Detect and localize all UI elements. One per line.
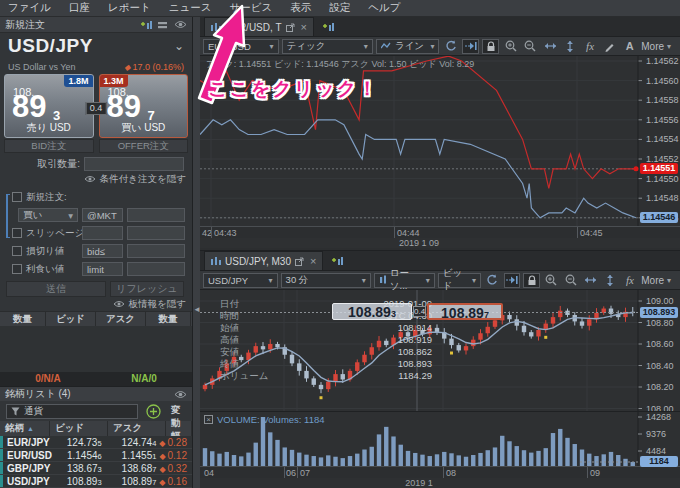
bid-order-button[interactable]: BID注文 <box>4 139 94 153</box>
depth-col-header: 数量 <box>146 312 191 326</box>
offer-order-button[interactable]: OFFER注文 <box>99 139 189 153</box>
text-tool-icon[interactable]: A <box>621 39 638 54</box>
depth-col-header: アスク <box>96 312 146 326</box>
close-indicator-icon[interactable]: × <box>204 415 213 424</box>
y-axis-tick: 109.00 <box>646 296 674 306</box>
data-window-row-high: 高値108.919 <box>220 334 432 346</box>
indicators-fx-icon[interactable]: fx <box>622 273 639 288</box>
menu-item-3[interactable]: ニュース <box>169 1 212 15</box>
horizontal-scale-icon[interactable] <box>582 273 599 288</box>
eye-icon[interactable] <box>174 390 187 399</box>
menu-item-6[interactable]: 設定 <box>329 1 350 15</box>
lock-icon[interactable] <box>482 39 499 54</box>
slippage-input-1[interactable] <box>82 226 123 240</box>
add-chart-icon[interactable] <box>140 20 152 30</box>
hide-depth-toggle[interactable]: 板情報を隠す <box>0 297 192 311</box>
chevron-down-icon[interactable]: ⌄ <box>174 39 184 53</box>
vertical-scale-icon[interactable] <box>602 273 619 288</box>
depth-col-header: ビッド <box>46 312 96 326</box>
scroll-to-end-icon[interactable] <box>462 39 479 54</box>
stop-loss-price-input[interactable] <box>127 244 185 258</box>
order-extra-input[interactable] <box>127 208 185 222</box>
watchlist-row[interactable]: GBP/JPY138.673138.687◆0.32 <box>0 462 192 475</box>
menu-item-1[interactable]: 口座 <box>69 1 90 15</box>
watchlist-row[interactable]: USD/JPY108.893108.897◆0.16 <box>0 475 192 488</box>
watchlist-col-header[interactable]: ビッド <box>50 421 108 436</box>
scroll-to-end-icon[interactable] <box>504 273 521 288</box>
side-select[interactable]: 買い▾ <box>18 208 78 222</box>
quantity-input[interactable] <box>84 157 184 171</box>
sort-asc-icon[interactable]: ▲ <box>27 425 34 432</box>
vertical-scale-icon[interactable] <box>562 39 579 54</box>
volume-axis-tick: 4484 <box>646 446 666 456</box>
zoom-in-icon[interactable] <box>543 273 560 288</box>
eye-icon[interactable] <box>174 20 187 29</box>
stop-loss-input[interactable]: bid≤ <box>82 244 123 258</box>
depth-table-body <box>0 326 192 372</box>
watchlist-col-header[interactable]: アスク <box>108 421 166 436</box>
daily-change: ◆17.0 (0.16%) <box>124 62 184 72</box>
candle-chart-plot[interactable]: 日付2019-01-09時間UTC 04:30始値108.914高値108.91… <box>200 290 680 411</box>
chart-type-select[interactable]: ライン▾ <box>376 39 440 54</box>
menu-item-2[interactable]: レポート <box>108 1 151 15</box>
symbol-select[interactable]: USD/JPY▾ <box>203 273 278 288</box>
add-symbol-button[interactable] <box>146 404 161 419</box>
symbol-select[interactable]: EUR/USD▾ <box>203 39 279 54</box>
watchlist-col-header[interactable]: 変動幅(%) <box>166 421 192 436</box>
tab-usdjpy-m30[interactable]: USD/JPY, M30 × <box>204 251 323 270</box>
more-button[interactable]: More▾ <box>641 275 677 286</box>
new-chart-tab-button[interactable] <box>323 251 351 270</box>
hide-conditional-toggle[interactable]: 条件付き注文を隠す <box>0 172 192 186</box>
price-type-select[interactable]: ビッド▾ <box>438 273 481 288</box>
menu-item-7[interactable]: ヘルプ <box>368 1 400 15</box>
menu-item-0[interactable]: ファイル <box>8 1 51 15</box>
menu-item-5[interactable]: 表示 <box>290 1 311 15</box>
new-order-checkbox[interactable] <box>12 192 22 202</box>
popout-icon[interactable] <box>286 23 295 32</box>
zoom-out-icon[interactable] <box>522 39 539 54</box>
submit-button[interactable]: 送信 <box>6 281 106 297</box>
slippage-input-2[interactable] <box>127 226 185 240</box>
zoom-out-icon[interactable] <box>563 273 580 288</box>
more-button[interactable]: More▾ <box>641 41 677 52</box>
refresh-button[interactable]: リフレッシュ <box>110 281 184 297</box>
menu-item-4[interactable]: サービス <box>229 1 272 15</box>
order-type-select[interactable]: @MKT <box>82 208 123 222</box>
row-ask: 1.14551 <box>105 450 160 461</box>
take-profit-input[interactable]: limit <box>82 262 123 276</box>
chart-type-select[interactable]: ローソ...▾ <box>374 273 435 288</box>
minimize-icon[interactable] <box>158 21 168 29</box>
instrument-name: USD/JPY <box>8 35 93 57</box>
buy-tile[interactable]: 1.3M 108. 89 7 買い USD <box>99 74 189 138</box>
watchlist-row[interactable]: EUR/JPY124.735124.744◆0.28 <box>0 436 192 449</box>
refresh-icon[interactable] <box>484 273 501 288</box>
stop-loss-checkbox[interactable] <box>12 246 22 256</box>
panel-splitter[interactable]: ◄ <box>193 17 200 488</box>
zoom-in-icon[interactable] <box>502 39 519 54</box>
close-tab-icon[interactable]: × <box>301 21 307 33</box>
candle-chart-panel: USD/JPY, M30 × USD/JPY▾ 30 分▾ ローソ...▾ ビッ… <box>200 250 680 488</box>
volume-axis-tick: 14268 <box>646 412 671 422</box>
filter-funnel-icon <box>11 407 20 416</box>
popout-icon[interactable] <box>295 257 304 266</box>
refresh-icon[interactable] <box>442 39 459 54</box>
watchlist-filter-input[interactable]: 通貨 <box>6 404 138 419</box>
horizontal-scale-icon[interactable] <box>542 39 559 54</box>
indicators-fx-icon[interactable]: fx <box>582 39 599 54</box>
watchlist-column-headers: 銘柄 ▲ビッドアスク変動幅(%) <box>0 421 192 436</box>
volume-pane[interactable]: × VOLUME: Volumes: 1184 1426893764484118… <box>200 411 680 466</box>
period-select[interactable]: ティック▾ <box>282 39 373 54</box>
watchlist-row[interactable]: EUR/USD1.145461.14551◆0.12 <box>0 449 192 462</box>
new-chart-tab-button[interactable] <box>314 17 342 36</box>
draw-pencil-icon[interactable] <box>602 39 619 54</box>
take-profit-price-input[interactable] <box>127 262 185 276</box>
take-profit-checkbox[interactable] <box>12 264 22 274</box>
watchlist-col-header[interactable]: 銘柄 ▲ <box>0 421 50 436</box>
period-select[interactable]: 30 分▾ <box>281 273 371 288</box>
close-tab-icon[interactable]: × <box>310 255 316 267</box>
lock-icon[interactable] <box>523 273 540 288</box>
sell-price-big: 89 <box>12 91 46 122</box>
slippage-checkbox[interactable] <box>12 228 22 238</box>
tab-eurusd-tick[interactable]: EUR/USD, T × <box>204 17 314 36</box>
sell-tile[interactable]: 1.8M 108. 89 3 売り USD <box>4 74 94 138</box>
